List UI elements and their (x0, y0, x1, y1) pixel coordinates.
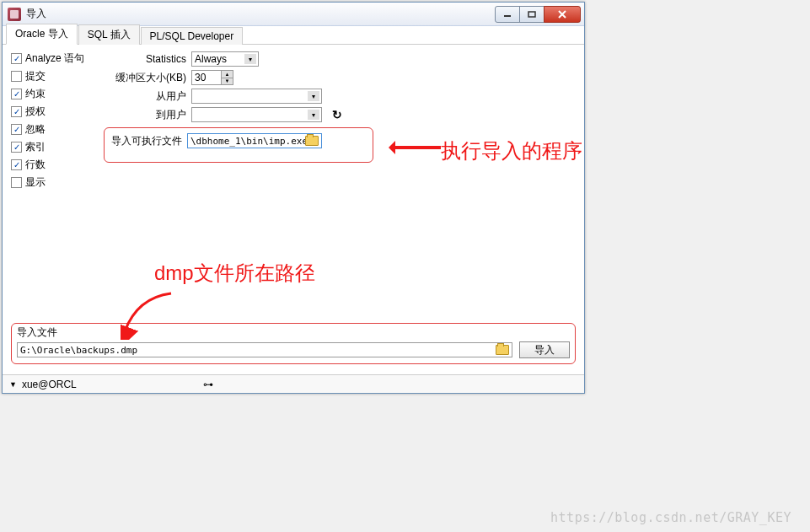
titlebar[interactable]: 导入 (3, 3, 584, 26)
checkbox-show[interactable]: 显示 (11, 175, 87, 190)
checkbox-label: 行数 (25, 158, 46, 172)
checkbox-label: Analyze 语句 (25, 51, 84, 66)
exe-path-input[interactable]: \dbhome_1\bin\imp.exe (187, 133, 322, 148)
close-icon (557, 10, 567, 19)
checkbox-indexes[interactable]: ✓索引 (11, 140, 87, 154)
minimize-icon (503, 11, 512, 18)
to-user-label: 到用户 (104, 108, 186, 122)
input-value: \dbhome_1\bin\imp.exe (190, 136, 308, 147)
statistics-label: Statistics (104, 53, 186, 65)
checkbox-analyze[interactable]: ✓Analyze 语句 (11, 51, 87, 66)
tab-bar: Oracle 导入 SQL 插入 PL/SQL Developer (3, 26, 584, 45)
statusbar: ▼ xue@ORCL ⊶ (3, 374, 584, 393)
maximize-button[interactable] (519, 6, 544, 23)
from-user-combo[interactable]: ▾ (191, 89, 322, 104)
annotation-arrow-icon (121, 289, 180, 340)
tab-plsql-developer[interactable]: PL/SQL Developer (141, 27, 244, 45)
spin-down-icon[interactable]: ▼ (221, 78, 233, 85)
dropdown-icon[interactable]: ▼ (9, 380, 17, 389)
exe-label: 导入可执行文件 (111, 134, 182, 148)
executable-highlight-box: 导入可执行文件 \dbhome_1\bin\imp.exe (104, 127, 373, 163)
input-value: G:\Oracle\backups.dmp (20, 345, 137, 356)
minimize-button[interactable] (495, 6, 520, 23)
import-file-label: 导入文件 (17, 325, 570, 340)
folder-icon[interactable] (496, 345, 509, 355)
window-controls (496, 6, 581, 23)
checkbox-grants[interactable]: ✓授权 (11, 105, 87, 119)
buffer-label: 缓冲区大小(KB) (104, 71, 186, 85)
tab-sql-insert[interactable]: SQL 插入 (78, 24, 140, 45)
options-checkbox-column: ✓Analyze 语句 提交 ✓约束 ✓授权 ✓忽略 ✓索引 ✓行数 显示 (11, 51, 87, 325)
spinner-value: 30 (195, 72, 206, 83)
maximize-icon (528, 11, 536, 18)
close-button[interactable] (544, 6, 581, 23)
import-button[interactable]: 导入 (519, 341, 570, 358)
folder-icon[interactable] (305, 136, 319, 146)
import-dialog-window: 导入 Oracle 导入 SQL 插入 PL/SQL Developer ✓An… (2, 2, 585, 394)
checkbox-label: 索引 (25, 140, 46, 154)
statistics-combo[interactable]: Always ▾ (191, 51, 259, 67)
buffer-size-spinner[interactable]: 30 ▲ ▼ (191, 70, 233, 85)
chevron-down-icon: ▾ (244, 54, 256, 64)
watermark: https://blog.csdn.net/GRAY_KEY (550, 510, 791, 525)
app-icon (8, 8, 21, 21)
import-file-section: 导入文件 G:\Oracle\backups.dmp 导入 (11, 323, 576, 364)
to-user-combo[interactable]: ▾ (191, 107, 322, 122)
content-area: ✓Analyze 语句 提交 ✓约束 ✓授权 ✓忽略 ✓索引 ✓行数 显示 St… (3, 45, 584, 331)
checkbox-ignore[interactable]: ✓忽略 (11, 122, 87, 137)
pin-icon[interactable]: ⊶ (203, 379, 213, 390)
chevron-down-icon: ▾ (308, 110, 319, 120)
annotation-arrow-icon (390, 146, 441, 149)
import-file-highlight-box: 导入文件 G:\Oracle\backups.dmp 导入 (11, 323, 576, 364)
checkbox-commit[interactable]: 提交 (11, 69, 87, 83)
window-title: 导入 (26, 7, 46, 21)
checkbox-rows[interactable]: ✓行数 (11, 158, 87, 172)
checkbox-label: 忽略 (25, 122, 46, 137)
connection-status: xue@ORCL (22, 379, 77, 390)
checkbox-label: 约束 (25, 87, 46, 101)
refresh-icon[interactable]: ↻ (332, 108, 342, 121)
spin-up-icon[interactable]: ▲ (221, 71, 233, 78)
import-file-input[interactable]: G:\Oracle\backups.dmp (17, 342, 512, 357)
svg-rect-0 (504, 15, 511, 17)
checkbox-label: 显示 (25, 175, 46, 190)
checkbox-label: 授权 (25, 105, 46, 119)
tab-oracle-import[interactable]: Oracle 导入 (6, 24, 78, 45)
combo-value: Always (195, 53, 227, 65)
checkbox-label: 提交 (25, 69, 46, 83)
svg-rect-1 (528, 12, 535, 17)
annotation-path: dmp文件所在路径 (154, 260, 315, 287)
annotation-exe: 执行导入的程序 (441, 137, 582, 164)
checkbox-constraints[interactable]: ✓约束 (11, 87, 87, 101)
from-user-label: 从用户 (104, 89, 186, 104)
chevron-down-icon: ▾ (308, 91, 319, 101)
